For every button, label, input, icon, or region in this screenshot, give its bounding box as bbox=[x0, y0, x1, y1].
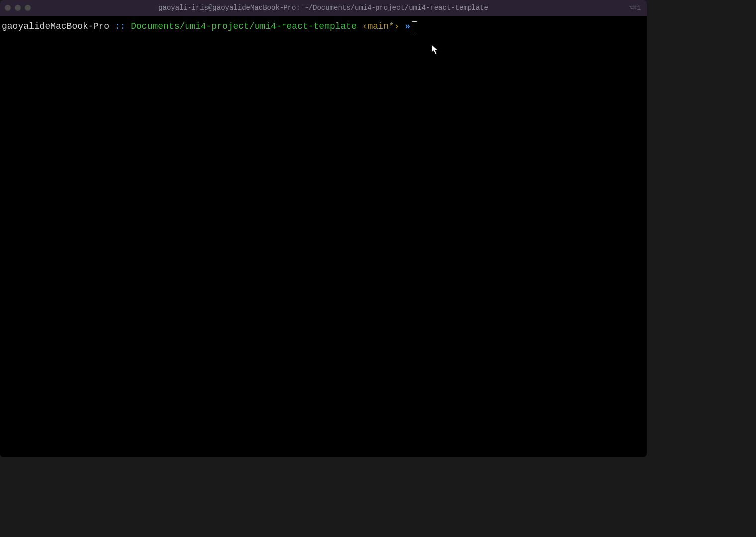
window-shortcut-hint: ⌥⌘1 bbox=[629, 4, 641, 12]
prompt-arrow: » bbox=[405, 20, 410, 33]
prompt-path: Documents/umi4-project/umi4-react-templa… bbox=[131, 20, 357, 33]
git-branch: main* bbox=[368, 20, 394, 33]
git-branch-open: ‹ bbox=[357, 20, 368, 33]
git-branch-close: › bbox=[394, 20, 405, 33]
close-button[interactable] bbox=[5, 5, 11, 11]
terminal-body[interactable]: gaoyalideMacBook-Pro :: Documents/umi4-p… bbox=[0, 16, 647, 457]
prompt-line: gaoyalideMacBook-Pro :: Documents/umi4-p… bbox=[2, 20, 645, 33]
prompt-separator: :: bbox=[109, 20, 131, 33]
minimize-button[interactable] bbox=[15, 5, 21, 11]
traffic-lights bbox=[5, 5, 31, 11]
terminal-window: gaoyali-iris@gaoyalideMacBook-Pro: ~/Doc… bbox=[0, 0, 647, 457]
window-title: gaoyali-iris@gaoyalideMacBook-Pro: ~/Doc… bbox=[158, 4, 488, 12]
cursor-icon bbox=[412, 21, 417, 32]
prompt-host: gaoyalideMacBook-Pro bbox=[2, 20, 109, 33]
mouse-cursor-icon bbox=[431, 44, 440, 58]
title-bar[interactable]: gaoyali-iris@gaoyalideMacBook-Pro: ~/Doc… bbox=[0, 0, 647, 16]
maximize-button[interactable] bbox=[25, 5, 31, 11]
